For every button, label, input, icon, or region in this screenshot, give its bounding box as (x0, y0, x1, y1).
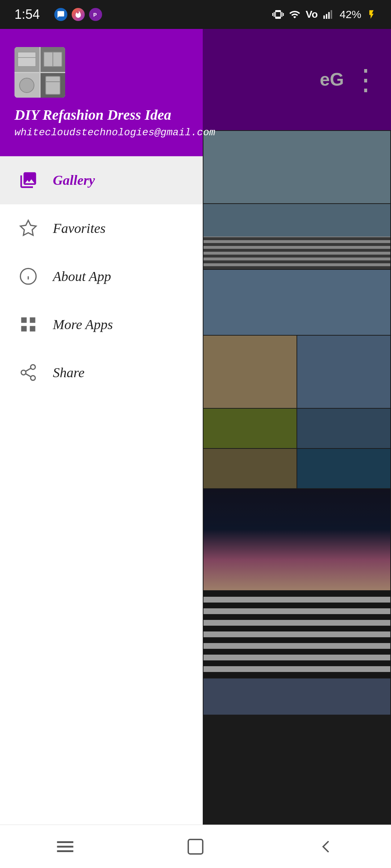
svg-rect-10 (46, 76, 60, 94)
battery-percent: 42% (340, 8, 361, 21)
svg-rect-27 (57, 850, 73, 852)
svg-rect-5 (18, 52, 36, 67)
bottom-back-button[interactable] (308, 832, 344, 861)
share-icon (18, 362, 38, 383)
dim-overlay (203, 29, 391, 839)
svg-rect-3 (328, 12, 330, 19)
home-icon (185, 836, 206, 858)
menu-item-gallery[interactable]: Gallery (0, 156, 203, 204)
svg-text:P: P (93, 12, 97, 18)
svg-rect-18 (21, 326, 27, 331)
vibrate-icon (272, 9, 284, 20)
back-icon (315, 836, 337, 858)
icon-cell-4 (41, 73, 66, 98)
wifi-icon (289, 9, 300, 20)
icon-cell-1 (14, 47, 39, 72)
vo-lte-icon: Vo (306, 9, 318, 20)
status-bar: 1:54 P Vo 42% (0, 0, 391, 29)
svg-line-24 (26, 368, 31, 371)
flame-icon (72, 8, 85, 21)
svg-rect-4 (331, 10, 332, 19)
bottom-menu-button[interactable] (47, 832, 83, 861)
icon-cell-2 (41, 47, 66, 72)
menu-item-share[interactable]: Share (0, 349, 203, 397)
svg-point-22 (31, 376, 35, 380)
drawer-header: DIY Refashion Dress Idea whitecloudstech… (0, 29, 203, 156)
app-icon (14, 47, 65, 98)
hamburger-icon (54, 836, 76, 858)
menu-item-favorites[interactable]: Favorites (0, 204, 203, 252)
lightning-icon (366, 9, 377, 20)
main-container: DIY Refashion Dress Idea whitecloudstech… (0, 29, 391, 839)
menu-list: Gallery Favorites About App (0, 156, 203, 839)
status-icons-left: P (54, 8, 102, 21)
app-email: whitecloudstechnologies@gmail.com (14, 127, 188, 138)
signal-icon (323, 9, 335, 20)
svg-rect-1 (323, 16, 325, 19)
share-label: Share (53, 365, 84, 380)
icon-cell-3 (14, 73, 39, 98)
svg-point-9 (20, 78, 34, 93)
svg-rect-2 (326, 14, 327, 19)
svg-rect-16 (21, 318, 27, 323)
status-time: 1:54 (14, 7, 40, 22)
grid-icon (18, 314, 38, 335)
svg-rect-17 (30, 318, 35, 323)
bottom-navigation (0, 825, 391, 868)
star-icon (18, 218, 38, 238)
more-apps-label: More Apps (53, 316, 113, 332)
svg-rect-25 (57, 841, 73, 843)
svg-rect-28 (188, 839, 203, 854)
svg-marker-12 (20, 220, 36, 235)
svg-point-21 (21, 370, 26, 375)
about-label: About App (53, 268, 111, 284)
svg-rect-19 (30, 326, 35, 331)
menu-item-more-apps[interactable]: More Apps (0, 301, 203, 349)
favorites-label: Favorites (53, 220, 106, 236)
app-name: DIY Refashion Dress Idea (14, 106, 188, 123)
menu-item-about[interactable]: About App (0, 252, 203, 301)
status-icons-right: Vo 42% (272, 8, 377, 21)
bottom-home-button[interactable] (177, 832, 214, 861)
parking-icon: P (89, 8, 102, 21)
navigation-drawer: DIY Refashion Dress Idea whitecloudstech… (0, 29, 203, 839)
svg-line-23 (26, 374, 31, 377)
svg-point-20 (31, 365, 35, 369)
gallery-label: Gallery (53, 172, 95, 188)
right-panel: eG ⋮ (203, 29, 391, 839)
gallery-icon (18, 170, 38, 190)
message-icon (54, 8, 67, 21)
svg-rect-26 (57, 846, 73, 847)
info-icon (18, 266, 38, 286)
